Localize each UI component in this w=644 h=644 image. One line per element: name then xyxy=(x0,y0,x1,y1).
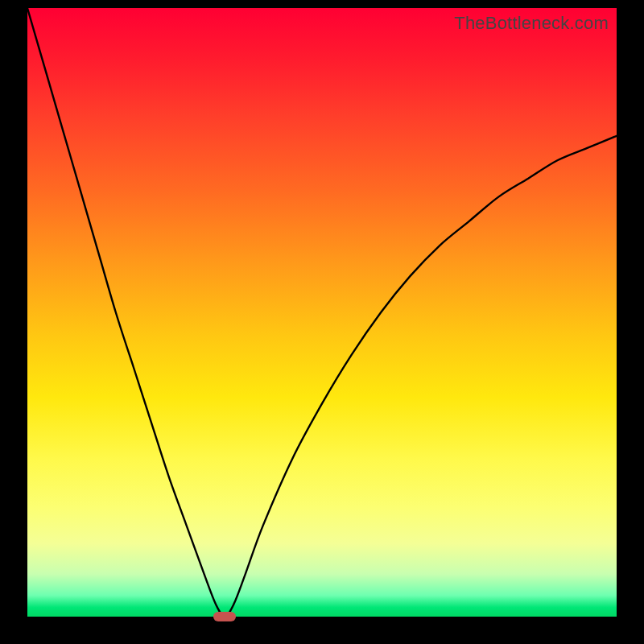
curve-path xyxy=(27,8,617,617)
optimum-marker xyxy=(213,612,236,621)
chart-frame: TheBottleneck.com xyxy=(0,0,644,644)
bottleneck-curve xyxy=(27,8,617,617)
plot-area: TheBottleneck.com xyxy=(27,8,617,617)
